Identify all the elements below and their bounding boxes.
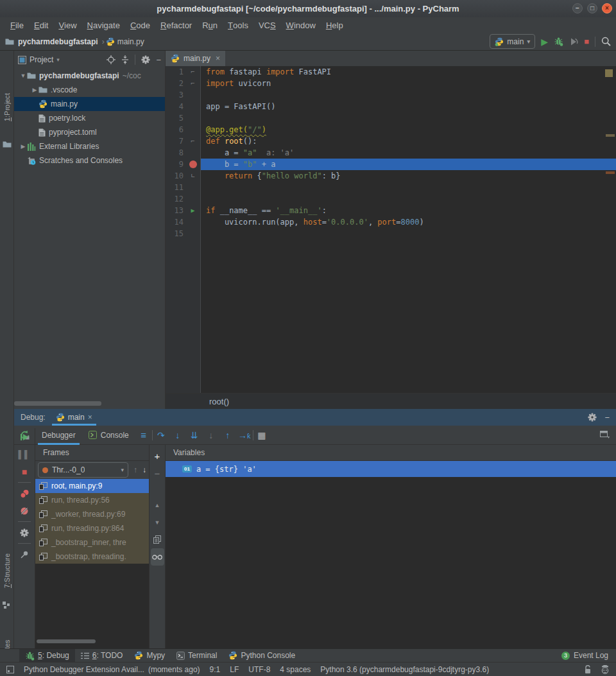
debug-settings-gear-icon[interactable] [14,524,35,541]
mute-breakpoints-icon[interactable] [14,502,35,519]
code-line-5[interactable]: 5 [166,112,616,124]
step-into-my-code-icon[interactable]: ↓ [203,430,219,440]
breadcrumb-file[interactable]: main.py [117,37,144,46]
pause-button[interactable]: ▌▌ [14,446,35,463]
inspection-profile-icon[interactable] [601,665,610,674]
tool-button-project[interactable]: 1: Project [1,69,13,146]
toggle-toolwindows-icon[interactable] [6,666,14,673]
frame-row[interactable]: _worker, thread.py:69 [35,507,149,521]
maximize-button[interactable]: □ [587,3,597,13]
project-view-selector[interactable]: Project ▾ [18,55,60,64]
frame-row[interactable]: _bootstrap_inner, thre [35,535,149,550]
fold-marker-icon[interactable]: ⌐ [191,78,194,89]
next-frame-icon[interactable]: ↓ [142,465,146,474]
menu-item-refactor[interactable]: Refactor [155,17,197,33]
code-line-2[interactable]: 2⌐import uvicorn [166,78,616,89]
collapse-all-icon[interactable] [121,55,129,64]
code-line-6[interactable]: 6@app.get("/") [166,124,616,135]
debug-session-tab[interactable]: main × [52,409,96,426]
code-editor[interactable]: 1⌐from fastapi import FastAPI2⌐import uv… [166,66,616,393]
step-out-icon[interactable]: ↑ [219,430,236,440]
debug-button[interactable] [554,37,563,46]
stop-button[interactable]: ■ [584,37,589,46]
frame-row[interactable]: _bootstrap, threading. [35,550,149,564]
frame-row[interactable]: run, threading.py:864 [35,521,149,535]
chevron-down-icon[interactable]: ▼ [19,73,27,79]
fold-end-marker-icon[interactable]: ∟ [191,170,194,182]
tree-item-main-py[interactable]: main.py [14,97,165,111]
hide-panel-icon[interactable]: − [156,55,161,65]
title-bar[interactable]: pycharmdebugfastapi [~/code/pycharmdebug… [0,0,616,17]
code-line-15[interactable]: 15 [166,228,616,239]
menu-item-navigate[interactable]: Navigate [82,17,125,33]
code-line-9[interactable]: 9 b = "b" + a [166,159,616,170]
menu-item-tools[interactable]: Tools [223,17,253,33]
tool-button-structure[interactable]: 7: Structure [1,532,13,609]
status-message[interactable]: Python Debugger Extension Avail... [24,665,144,674]
tab-debugger[interactable]: Debugger [35,426,82,445]
toolwindow-button-terminal[interactable]: Terminal [171,649,223,663]
pin-icon[interactable] [14,546,35,563]
code-line-13[interactable]: 13▶if __name__ == '__main__': [166,205,616,216]
view-breakpoints-icon[interactable] [14,485,35,502]
tree-item--vscode[interactable]: ▶.vscode [14,83,165,97]
code-line-3[interactable]: 3 [166,89,616,101]
code-line-7[interactable]: 7⌐def root(): [166,135,616,147]
close-button[interactable]: × [602,3,612,13]
menu-item-file[interactable]: File [5,17,29,33]
hide-panel-icon[interactable]: − [604,413,610,422]
encoding-indicator[interactable]: UTF-8 [248,665,270,674]
duplicate-icon[interactable] [151,531,164,548]
menu-item-edit[interactable]: Edit [29,17,53,33]
tree-item-pyproject-toml[interactable]: pyproject.toml [14,125,165,139]
tree-item-scratches-and-consoles[interactable]: Scratches and Consoles [14,153,165,168]
menu-item-window[interactable]: Window [281,17,321,33]
add-watch-button[interactable]: + [151,447,164,465]
project-hscrollbar[interactable] [14,401,101,406]
search-icon[interactable] [601,37,611,46]
show-watches-glasses-icon[interactable] [151,548,164,566]
toolwindow-button-python-console[interactable]: Python Console [223,649,301,663]
chevron-right-icon[interactable]: ▶ [19,143,27,150]
chevron-right-icon[interactable]: ▶ [31,87,38,93]
close-icon[interactable]: × [216,54,220,63]
resume-button[interactable] [14,428,35,446]
tree-item-pycharmdebugfastapi[interactable]: ▼pycharmdebugfastapi~/coc [14,69,165,83]
breakpoint-icon[interactable] [189,160,197,168]
locate-file-icon[interactable] [107,55,116,64]
remove-watch-button[interactable]: − [151,465,164,482]
line-ending-indicator[interactable]: LF [230,665,239,674]
thread-dropdown[interactable]: Thr...-0_0 ▾ [38,462,128,478]
tree-item-external-libraries[interactable]: ▶External Libraries [14,139,165,153]
run-to-cursor-icon[interactable]: →ƙ [236,430,253,440]
event-log-button[interactable]: 3Event Log [561,651,616,660]
menu-item-code[interactable]: Code [125,17,155,33]
toolwindow-button-6-todo[interactable]: 6: TODO [75,649,129,663]
toolwindow-button-mypy[interactable]: Mypy [128,649,171,663]
frames-hscrollbar[interactable] [37,639,96,643]
close-icon[interactable]: × [88,413,92,422]
run-button[interactable]: ▶ [541,37,548,47]
code-line-8[interactable]: 8 a = "a" a: 'a' [166,147,616,159]
step-into-icon[interactable]: ↓ [169,430,186,440]
code-line-12[interactable]: 12 [166,193,616,205]
minimize-button[interactable]: − [572,3,583,13]
toolwindow-button-5-debug[interactable]: 5: Debug [19,649,75,663]
step-over-icon[interactable]: ↷ [153,430,169,440]
stop-button[interactable]: ■ [14,463,35,480]
move-down-icon[interactable]: ▼ [151,514,164,531]
variable-row[interactable]: 01a = {str} 'a' [166,461,616,477]
menu-item-vcs[interactable]: VCS [253,17,281,33]
coverage-button[interactable] [569,37,578,46]
readonly-lock-icon[interactable] [584,665,592,674]
restore-layout-icon[interactable] [600,431,610,439]
force-step-into-icon[interactable]: ⇊ [186,430,203,440]
previous-frame-icon[interactable]: ↑ [133,465,137,474]
code-line-14[interactable]: 14 uvicorn.run(app, host='0.0.0.0', port… [166,216,616,228]
fold-marker-icon[interactable]: ⌐ [191,135,194,147]
run-line-icon[interactable]: ▶ [191,205,194,216]
frame-row[interactable]: run, thread.py:56 [35,493,149,507]
frame-row[interactable]: root, main.py:9 [35,479,149,493]
menu-item-help[interactable]: Help [321,17,348,33]
gear-icon[interactable] [588,413,597,422]
